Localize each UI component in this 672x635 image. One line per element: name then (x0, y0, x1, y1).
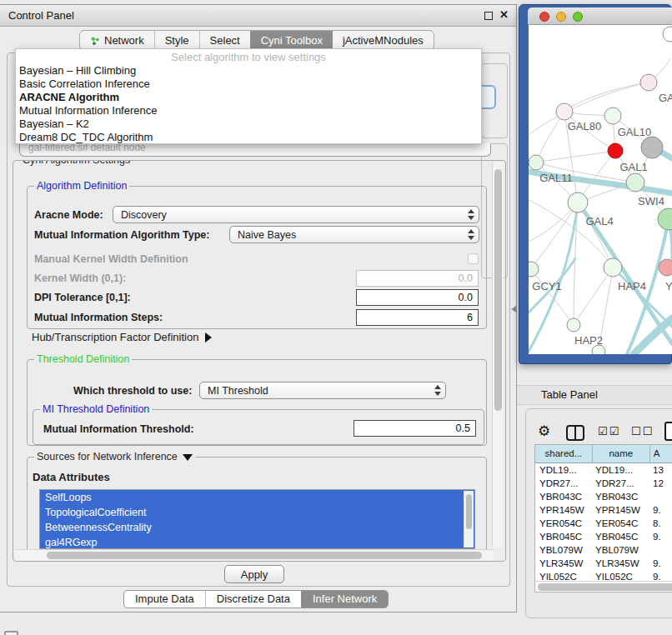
mi-threshold-field[interactable]: 0.5 (354, 420, 476, 437)
column-header[interactable]: shared... (535, 445, 593, 462)
control-panel-window: Control Panel ✕ Network Style Select Cyn… (0, 4, 517, 612)
table-row[interactable]: YLR345WYLR345W9. (535, 557, 672, 570)
node-gal11[interactable] (529, 155, 544, 170)
scrollbar-thumb[interactable] (466, 494, 472, 529)
tab-label: Cyni Toolbox (261, 31, 323, 50)
kernel-width-field[interactable]: 0.0 (356, 270, 479, 287)
group-title: MI Threshold Definition (40, 403, 152, 415)
screen: Control Panel ✕ Network Style Select Cyn… (0, 0, 672, 635)
tab-network[interactable]: Network (80, 31, 154, 50)
gear-icon[interactable]: ⚙ (538, 422, 550, 440)
node-swi4[interactable] (658, 208, 672, 230)
which-threshold-select[interactable]: MI Threshold (199, 382, 446, 399)
tab-cyni-toolbox[interactable]: Cyni Toolbox (250, 31, 333, 50)
node-gal80[interactable] (556, 103, 573, 120)
table-cell: 13 (650, 463, 672, 477)
list-item[interactable]: BetweennessCentrality (40, 520, 474, 535)
table-row[interactable]: YPR145WYPR145W9. (535, 503, 672, 517)
node-gal4[interactable] (568, 192, 588, 212)
document-icon[interactable] (664, 422, 672, 441)
apply-button[interactable]: Apply (224, 565, 284, 583)
dropdown-item[interactable]: Basic Correlation Inference (16, 78, 481, 91)
aracne-mode-select[interactable]: Discovery (113, 206, 479, 223)
network-icon (90, 36, 100, 46)
node-label: GAL1 (619, 161, 647, 173)
tab-jactivemnodules[interactable]: jActiveMNodules (333, 31, 434, 50)
dropdown-item[interactable]: Bayesian – K2 (16, 118, 481, 131)
tab-select[interactable]: Select (199, 31, 250, 50)
scrollbar-thumb[interactable] (494, 169, 502, 411)
dropdown-item[interactable]: Mutual Information Inference (16, 104, 481, 118)
mi-algorithm-type-select[interactable]: Naive Bayes (229, 226, 479, 243)
threshold-definition-group: Threshold Definition Which threshold to … (27, 359, 487, 446)
node-gal-top[interactable] (640, 74, 657, 91)
node-gal1[interactable] (626, 173, 644, 192)
tab-style[interactable]: Style (154, 31, 199, 50)
settings-horizontal-scrollbar[interactable] (15, 549, 494, 561)
node-label: HAP2 (574, 334, 603, 347)
node-label: Y (665, 280, 672, 292)
node-hap2[interactable] (567, 318, 580, 332)
table-horizontal-scrollbar[interactable] (536, 581, 672, 592)
node-label: GAL10 (618, 126, 651, 138)
network-view-window: GAL GAL80 GAL10 GAL1 GAL11 GAL4 SWI4 GCY… (519, 4, 672, 364)
scrollbar-thumb[interactable] (538, 583, 672, 591)
dropdown-item[interactable]: Bayesian – Hill Climbing (16, 64, 481, 78)
table-cell: YBL079W (593, 543, 650, 557)
node-hap4[interactable] (604, 258, 622, 277)
minimize-traffic-light[interactable] (556, 12, 566, 22)
window-title: Control Panel (8, 5, 74, 26)
float-window-icon[interactable] (484, 12, 493, 20)
network-window-titlebar (528, 8, 672, 25)
node-gal10[interactable] (604, 108, 621, 124)
settings-vertical-scrollbar[interactable] (492, 162, 504, 548)
manual-kernel-checkbox[interactable] (468, 253, 479, 264)
column-header[interactable]: name (593, 445, 650, 462)
table-row[interactable]: YER054CYER054C8. (535, 517, 672, 530)
network-canvas[interactable]: GAL GAL80 GAL10 GAL1 GAL11 GAL4 SWI4 GCY… (529, 25, 672, 354)
node-red-selected[interactable] (608, 143, 623, 158)
node[interactable] (663, 27, 672, 42)
sources-expander[interactable]: Sources for Network Inference (34, 451, 195, 462)
dpi-tolerance-field[interactable]: 0.0 (356, 289, 479, 306)
column-header[interactable]: A (650, 445, 672, 462)
select-all-checkboxes-icon[interactable]: ☑☑ (598, 425, 620, 438)
mi-steps-field[interactable]: 6 (356, 309, 479, 326)
table-cell: YBR045C (535, 530, 593, 543)
table-row[interactable]: YBL079WYBL079W (535, 543, 672, 557)
table-row[interactable]: YDL19...YDL19...13 (535, 463, 672, 477)
panel-splitter-arrow[interactable] (511, 306, 516, 312)
close-traffic-light[interactable] (539, 12, 549, 22)
node-label: GAL11 (539, 172, 573, 184)
tab-impute-data[interactable]: Impute Data (124, 591, 205, 608)
tab-discretize-data[interactable]: Discretize Data (205, 591, 301, 608)
scrollbar-thumb[interactable] (47, 552, 482, 559)
dropdown-item[interactable]: Dream8 DC_TDC Algorithm (16, 131, 481, 144)
table-row[interactable]: YBR045CYBR045C9. (535, 530, 672, 543)
network-selector-combo-clipped[interactable]: gal-filtered.sif default node (19, 143, 491, 157)
table-cell: YER054C (593, 517, 650, 530)
bottom-tab-bar: Impute Data Discretize Data Infer Networ… (123, 590, 389, 608)
close-icon[interactable]: ✕ (499, 8, 509, 21)
table-cell: YPR145W (593, 503, 650, 517)
node-gray[interactable] (641, 137, 663, 158)
sources-title: Sources for Network Inference (37, 451, 178, 462)
deselect-all-checkboxes-icon[interactable]: ☐☐ (631, 425, 654, 438)
table-row[interactable]: YBR043CYBR043C (535, 490, 672, 503)
hub-definition-expander[interactable]: Hub/Transcription Factor Definition (32, 331, 212, 343)
list-item[interactable]: SelfLoops (40, 490, 474, 505)
dropdown-placeholder: Select algorithm to view settings (16, 50, 481, 64)
tab-infer-network[interactable]: Infer Network (301, 591, 388, 608)
dropdown-item-selected[interactable]: ARACNE Algorithm (16, 91, 481, 104)
node-gcy1[interactable] (529, 262, 539, 277)
table-header-row: shared... name A (535, 445, 672, 463)
zoom-traffic-light[interactable] (573, 12, 583, 22)
table-cell: YLR345W (593, 557, 650, 570)
list-item[interactable]: gal4RGexp (40, 535, 474, 549)
algorithm-dropdown-list: Select algorithm to view settings Bayesi… (15, 48, 482, 144)
table-row[interactable]: YDR27...YDR27...12 (535, 477, 672, 490)
node-y[interactable] (659, 259, 672, 276)
columns-icon[interactable] (566, 425, 584, 441)
list-vertical-scrollbar[interactable] (464, 491, 474, 548)
list-item[interactable]: TopologicalCoefficient (40, 505, 474, 520)
